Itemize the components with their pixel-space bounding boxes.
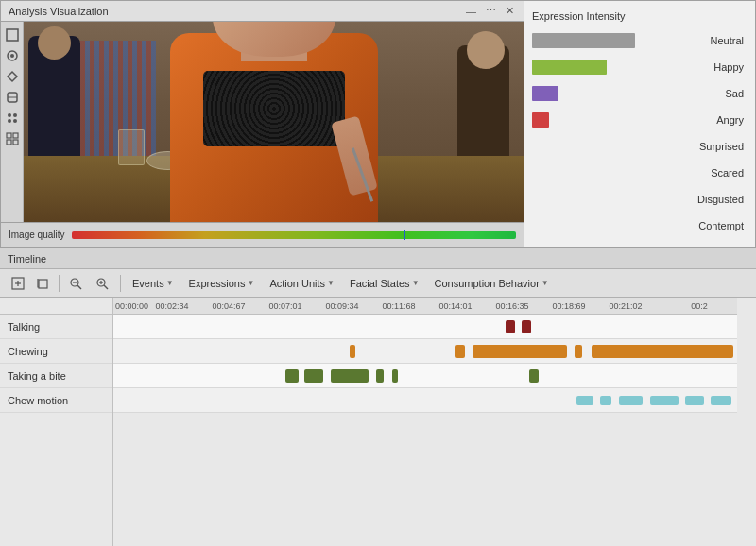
segment-chew-1: [576, 396, 593, 405]
svg-rect-12: [13, 140, 18, 145]
analysis-panel: Analysis Visualization — ⋯ ✕: [0, 0, 524, 247]
expression-label-contempt: Contempt: [655, 220, 747, 231]
tick-3: 00:07:01: [268, 301, 301, 311]
toolbar-btn-1[interactable]: [3, 26, 22, 44]
expressions-dropdown[interactable]: Expressions ▼: [183, 276, 261, 291]
toolbar-btn-6[interactable]: [3, 129, 22, 148]
tick-10: 00:2: [691, 301, 708, 311]
expression-rows-container: NeutralHappySadAngrySurprisedScaredDisgu…: [524, 27, 755, 239]
timeline-labels: Talking Chewing Taking a bite Chew motio…: [0, 298, 113, 546]
expression-bar-happy: [532, 60, 607, 75]
svg-line-18: [77, 285, 81, 289]
svg-point-5: [8, 113, 11, 117]
label-talking: Talking: [0, 315, 112, 339]
expression-label-happy: Happy: [655, 61, 747, 73]
svg-point-2: [10, 54, 14, 58]
expression-row-surprised: Surprised: [524, 133, 755, 160]
consumption-arrow: ▼: [541, 279, 549, 287]
expression-row-disgusted: Disgusted: [524, 186, 755, 213]
expression-panel: Expression Intensity NeutralHappySadAngr…: [524, 0, 756, 247]
close-button[interactable]: ✕: [504, 5, 516, 17]
label-chewing: Chewing: [0, 339, 112, 364]
segment-chew-6: [711, 396, 731, 405]
facial-states-dropdown[interactable]: Facial States ▼: [344, 276, 425, 291]
segment-bite-1: [285, 369, 299, 383]
tick-6: 00:14:01: [438, 301, 472, 311]
tracks-container: [113, 315, 737, 413]
timeline-title: Timeline: [8, 253, 46, 264]
analysis-content: [1, 22, 524, 222]
events-dropdown[interactable]: Events ▼: [127, 276, 180, 291]
svg-point-6: [13, 113, 17, 117]
toolbar-separator-1: [59, 275, 60, 292]
more-button[interactable]: ⋯: [484, 5, 498, 17]
segment-talking-1: [506, 320, 515, 333]
svg-rect-9: [7, 133, 11, 138]
facial-states-arrow: ▼: [412, 279, 420, 287]
segment-bite-5: [392, 369, 398, 383]
segment-chewing-5: [592, 345, 733, 358]
events-arrow: ▼: [166, 279, 174, 287]
consumption-dropdown[interactable]: Consumption Behavior ▼: [429, 276, 555, 291]
time-ruler: 00:00:00 00:02:34 00:04:67 00:07:01 00:0…: [113, 298, 737, 315]
expression-bar-angry: [532, 112, 549, 128]
timeline-export-btn[interactable]: [8, 275, 28, 292]
video-area: [24, 22, 524, 222]
analysis-header: Analysis Visualization — ⋯ ✕: [1, 1, 524, 22]
zoom-in-btn[interactable]: [92, 275, 114, 292]
svg-point-7: [8, 119, 11, 123]
expression-label-sad: Sad: [655, 88, 747, 99]
action-units-dropdown[interactable]: Action Units ▼: [264, 276, 340, 291]
expression-bar-sad: [532, 86, 558, 101]
tick-4: 00:09:34: [325, 301, 358, 311]
expression-row-scared: Scared: [524, 160, 755, 186]
toolbar-btn-5[interactable]: [3, 109, 22, 128]
timeline-section: Timeline Events ▼ Expressions: [0, 247, 756, 546]
expression-bar-area-3: [532, 111, 655, 128]
track-chew-motion: [113, 388, 737, 413]
track-talking: [113, 315, 737, 339]
segment-chewing-2: [455, 345, 465, 358]
toolbar-btn-2[interactable]: [3, 46, 22, 65]
expressions-arrow: ▼: [247, 279, 254, 287]
expression-bar-area-2: [532, 85, 655, 102]
header-controls: — ⋯ ✕: [464, 5, 516, 17]
tick-1: 00:02:34: [155, 301, 188, 311]
timeline-copy-btn[interactable]: [32, 275, 53, 292]
toolbar-btn-4[interactable]: [3, 88, 22, 107]
svg-rect-10: [13, 133, 18, 138]
segment-bite-3: [331, 369, 369, 383]
segment-talking-2: [522, 320, 531, 333]
video-scene: [24, 22, 524, 222]
tick-2: 00:04:67: [212, 301, 245, 311]
expression-bar-neutral: [532, 33, 635, 48]
svg-rect-0: [7, 29, 18, 41]
svg-point-8: [13, 119, 17, 123]
quality-bar-track: [72, 231, 516, 239]
tick-0: 00:00:00: [115, 301, 148, 311]
left-toolbar: [1, 22, 24, 222]
timeline-tracks-area[interactable]: 00:00:00 00:02:34 00:04:67 00:07:01 00:0…: [113, 298, 756, 546]
svg-rect-16: [39, 280, 47, 288]
quality-indicator: [404, 230, 405, 240]
expression-bar-area-5: [532, 164, 655, 181]
tick-5: 00:11:68: [382, 301, 415, 311]
segment-bite-6: [529, 369, 539, 383]
expression-bar-area-4: [532, 138, 655, 155]
track-taking-bite: [113, 364, 737, 388]
tick-8: 00:18:69: [552, 301, 585, 311]
zoom-out-btn[interactable]: [65, 275, 88, 292]
quality-label: Image quality: [9, 230, 64, 240]
expression-row-neutral: Neutral: [524, 27, 755, 54]
expression-bar-area-7: [532, 217, 655, 234]
timeline-toolbar: Events ▼ Expressions ▼ Action Units ▼ Fa…: [0, 269, 756, 298]
tick-9: 00:21:02: [609, 301, 642, 311]
expression-bar-area-0: [532, 32, 655, 49]
toolbar-btn-3[interactable]: [3, 67, 22, 86]
expression-row-contempt: Contempt: [524, 213, 755, 239]
top-section: Analysis Visualization — ⋯ ✕: [0, 0, 756, 247]
expression-label-disgusted: Disgusted: [655, 194, 747, 205]
track-chewing: [113, 339, 737, 364]
svg-line-21: [104, 285, 108, 289]
minimize-button[interactable]: —: [464, 5, 478, 17]
